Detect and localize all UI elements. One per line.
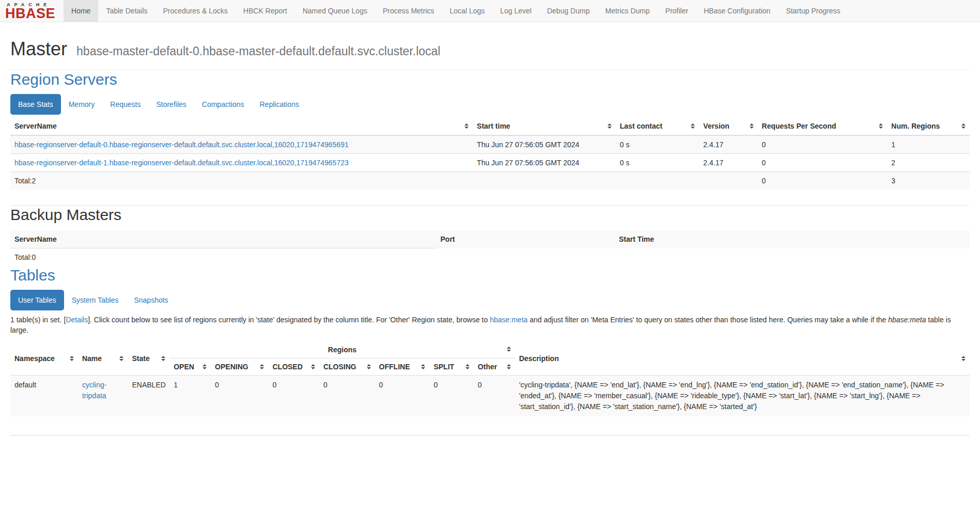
cell-servername: hbase-regionserver-default-0.hbase-regio… [10, 135, 473, 154]
nav-item-profiler[interactable]: Profiler [658, 0, 696, 22]
column-header-servername[interactable]: ServerName [10, 117, 473, 135]
cell-split: 0 [429, 376, 473, 417]
tables-heading: Tables [10, 266, 970, 285]
cell-version: 2.4.17 [699, 154, 757, 172]
table-row: default cycling-tripdata ENABLED 1 0 0 0… [10, 376, 970, 417]
sort-icon[interactable] [311, 364, 315, 369]
tab-user-tables[interactable]: User Tables [10, 290, 64, 310]
nav-item-hbck-report[interactable]: HBCK Report [236, 0, 295, 22]
region-servers-header-row: ServerName Start time Last contact Versi… [10, 117, 970, 135]
nav-item-hbase-configuration[interactable]: HBase Configuration [696, 0, 778, 22]
nav-item-procedures-locks[interactable]: Procedures & Locks [155, 0, 236, 22]
hbase-meta-italic: hbase:meta [888, 316, 926, 324]
tab-base-stats[interactable]: Base Stats [10, 94, 61, 115]
nav-item-named-queue-logs[interactable]: Named Queue Logs [295, 0, 375, 22]
hbase-meta-link[interactable]: hbase:meta [490, 316, 527, 324]
backup-masters-heading: Backup Masters [10, 206, 970, 224]
column-header-version[interactable]: Version [699, 117, 757, 135]
regionserver-link[interactable]: hbase-regionserver-default-1.hbase-regio… [14, 159, 349, 167]
cell-namespace: default [10, 376, 78, 417]
cell-requests-per-second: 0 [758, 154, 888, 172]
column-header-last-contact[interactable]: Last contact [616, 117, 699, 135]
sort-icon[interactable] [961, 123, 966, 129]
divider [10, 435, 970, 435]
total-row: Total:0 [10, 248, 970, 267]
tab-storefiles[interactable]: Storefiles [148, 94, 194, 115]
sort-icon[interactable] [507, 347, 511, 352]
tab-requests[interactable]: Requests [102, 94, 148, 115]
nav-item-log-level[interactable]: Log Level [492, 0, 539, 22]
column-header-start-time: Start Time [615, 230, 970, 248]
nav-item-process-metrics[interactable]: Process Metrics [375, 0, 442, 22]
cell-last-contact: 0 s [616, 135, 699, 154]
column-header-closing[interactable]: CLOSING [319, 358, 375, 376]
column-header-port: Port [437, 230, 615, 248]
cell-num-regions: 2 [887, 154, 970, 172]
tab-system-tables[interactable]: System Tables [64, 290, 127, 310]
column-header-offline[interactable]: OFFLINE [375, 358, 430, 376]
nav-item-table-details[interactable]: Table Details [98, 0, 155, 22]
cell-last-contact: 0 s [616, 154, 699, 172]
sort-icon[interactable] [961, 356, 966, 361]
column-header-other[interactable]: Other [474, 358, 515, 376]
column-header-description[interactable]: Description [515, 341, 970, 376]
regionserver-link[interactable]: hbase-regionserver-default-0.hbase-regio… [14, 140, 349, 149]
sort-icon[interactable] [879, 123, 883, 129]
sort-icon[interactable] [608, 123, 612, 129]
sort-icon[interactable] [750, 123, 754, 129]
column-group-regions[interactable]: Regions [169, 341, 515, 358]
sort-icon[interactable] [507, 364, 511, 369]
master-hostname: hbase-master-default-0.hbase-master-defa… [76, 44, 440, 58]
cell-description: 'cycling-tripdata', {NAME => 'end_lat'},… [515, 376, 970, 417]
sort-icon[interactable] [367, 364, 371, 369]
column-header-opening[interactable]: OPENING [211, 358, 268, 376]
tab-snapshots[interactable]: Snapshots [126, 290, 176, 310]
column-header-name[interactable]: Name [78, 341, 128, 376]
open-count-link[interactable]: 1 [174, 381, 178, 389]
column-header-open[interactable]: OPEN [169, 358, 211, 376]
cell-total-requests-per-second: 0 [758, 172, 888, 190]
details-link[interactable]: Details [66, 316, 88, 324]
column-header-state[interactable]: State [128, 341, 169, 376]
tab-replications[interactable]: Replications [252, 94, 306, 115]
nav-item-home[interactable]: Home [64, 0, 98, 22]
column-header-start-time[interactable]: Start time [473, 117, 616, 135]
nav-item-local-logs[interactable]: Local Logs [442, 0, 493, 22]
column-header-namespace[interactable]: Namespace [10, 341, 78, 376]
sort-icon[interactable] [119, 356, 123, 361]
column-header-num-regions[interactable]: Num. Regions [887, 117, 970, 135]
nav-item-metrics-dump[interactable]: Metrics Dump [597, 0, 657, 22]
tab-compactions[interactable]: Compactions [194, 94, 252, 115]
table-row: hbase-regionserver-default-0.hbase-regio… [10, 135, 970, 154]
column-header-split[interactable]: SPLIT [429, 358, 473, 376]
backup-masters-header-row: ServerName Port Start Time [10, 230, 970, 248]
column-header-closed[interactable]: CLOSED [268, 358, 319, 376]
top-navbar: APACHE HBASE Home Table Details Procedur… [0, 0, 980, 22]
sort-icon[interactable] [70, 356, 74, 361]
nav-item-debug-dump[interactable]: Debug Dump [539, 0, 598, 22]
column-header-requests-per-second[interactable]: Requests Per Second [758, 117, 888, 135]
cell-servername: hbase-regionserver-default-1.hbase-regio… [10, 154, 473, 172]
sort-icon[interactable] [203, 364, 207, 369]
sort-icon[interactable] [161, 356, 165, 361]
region-servers-tabs: Base Stats Memory Requests Storefiles Co… [10, 94, 970, 115]
nav-item-startup-progress[interactable]: Startup Progress [778, 0, 848, 22]
sort-icon[interactable] [691, 123, 695, 129]
sort-icon[interactable] [260, 364, 264, 369]
cell-closed: 0 [268, 376, 319, 417]
cell-total-num-regions: 3 [887, 172, 970, 190]
table-name-link[interactable]: cycling-tripdata [82, 381, 106, 400]
tab-memory[interactable]: Memory [61, 94, 103, 115]
total-row: Total:2 0 3 [10, 172, 970, 190]
sort-icon[interactable] [421, 364, 425, 369]
table-row: hbase-regionserver-default-1.hbase-regio… [10, 154, 970, 172]
sort-icon[interactable] [465, 364, 470, 369]
region-servers-table: ServerName Start time Last contact Versi… [10, 117, 970, 190]
sort-icon[interactable] [464, 123, 469, 129]
cell-start-time: Thu Jun 27 07:56:05 GMT 2024 [473, 154, 616, 172]
cell-total-label: Total:0 [10, 248, 437, 267]
cell-state: ENABLED [128, 376, 169, 417]
logo-hbase-text: HBASE [5, 7, 55, 20]
hbase-logo[interactable]: APACHE HBASE [0, 0, 64, 22]
cell-version: 2.4.17 [699, 135, 757, 154]
